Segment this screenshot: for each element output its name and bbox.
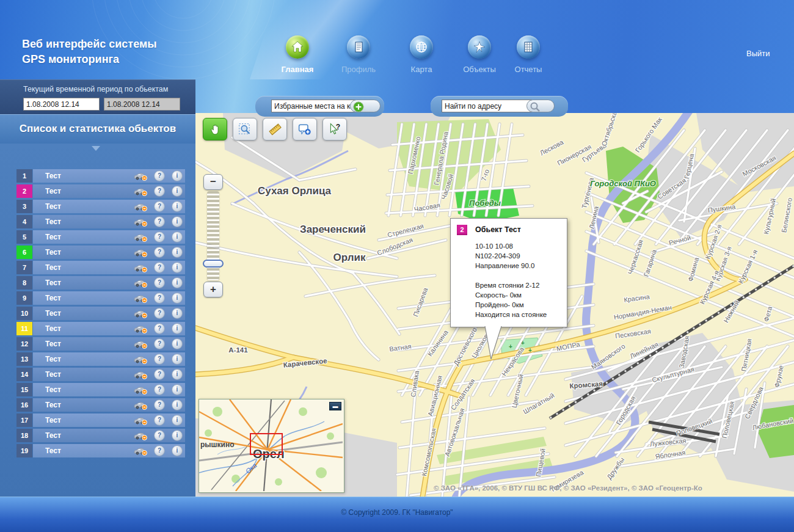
info-icon[interactable]: i	[172, 384, 183, 395]
info-icon[interactable]: i	[172, 216, 183, 227]
info-icon[interactable]: i	[172, 186, 183, 197]
help-icon[interactable]: ?	[154, 201, 165, 212]
object-row-bar[interactable]: Тест?i	[33, 398, 185, 412]
period-from-input[interactable]	[23, 98, 100, 111]
object-row-bar[interactable]: Тест?i	[33, 444, 185, 457]
info-icon[interactable]: i	[172, 354, 183, 365]
help-icon[interactable]: ?	[154, 186, 165, 197]
info-icon[interactable]: i	[172, 247, 183, 258]
object-row-bar[interactable]: Тест?i	[33, 169, 185, 183]
help-icon[interactable]: ?	[154, 369, 165, 380]
vehicle-icon[interactable]	[134, 279, 147, 288]
minimap-collapse-button[interactable]: ▬	[329, 402, 341, 410]
vehicle-icon[interactable]	[134, 248, 147, 257]
info-icon[interactable]: i	[172, 399, 183, 410]
favorites-search-input[interactable]	[271, 100, 355, 112]
zoom-out-button[interactable]: −	[203, 174, 223, 190]
help-icon[interactable]: ?	[154, 170, 165, 181]
help-icon[interactable]: ?	[154, 384, 165, 395]
info-icon[interactable]: i	[172, 170, 183, 181]
object-row-bar[interactable]: Тест?i	[33, 383, 185, 396]
logout-link[interactable]: Выйти	[746, 49, 770, 58]
object-row-bar[interactable]: Тест?i	[33, 276, 185, 290]
help-icon[interactable]: ?	[154, 247, 165, 258]
period-to-input[interactable]	[104, 98, 180, 111]
help-icon[interactable]: ?	[154, 323, 165, 334]
object-row-bar[interactable]: Тест?i	[33, 230, 185, 244]
vehicle-icon[interactable]	[134, 309, 147, 318]
add-note-tool-button[interactable]	[293, 118, 317, 140]
help-icon[interactable]: ?	[154, 399, 165, 410]
vehicle-icon[interactable]	[134, 370, 147, 379]
pan-tool-button[interactable]	[203, 118, 227, 140]
info-icon[interactable]: i	[172, 201, 183, 212]
help-icon[interactable]: ?	[154, 277, 165, 288]
nav-profile[interactable]: Профиль	[335, 35, 382, 74]
help-icon[interactable]: ?	[154, 445, 165, 456]
vehicle-icon[interactable]	[134, 340, 147, 349]
help-icon[interactable]: ?	[154, 415, 165, 426]
info-icon[interactable]: i	[172, 277, 183, 288]
add-favorite-button[interactable]	[350, 100, 381, 112]
object-row-bar[interactable]: Тест?i	[33, 261, 185, 274]
nav-home[interactable]: Главная	[274, 35, 321, 74]
object-row-bar[interactable]: Тест?i	[33, 184, 185, 198]
zoom-slider-track[interactable]	[207, 191, 219, 280]
nav-reports[interactable]: Отчеты	[505, 35, 552, 74]
help-icon[interactable]: ?	[154, 338, 165, 349]
zoom-select-tool-button[interactable]	[233, 118, 257, 140]
vehicle-icon[interactable]	[134, 172, 147, 181]
object-row-bar[interactable]: Тест?i	[33, 368, 185, 381]
vehicle-icon[interactable]	[134, 187, 147, 196]
vehicle-icon[interactable]	[134, 385, 147, 395]
info-icon[interactable]: i	[172, 369, 183, 380]
help-icon[interactable]: ?	[154, 354, 165, 365]
info-icon[interactable]: i	[172, 293, 183, 304]
help-icon[interactable]: ?	[154, 293, 165, 304]
object-row-bar[interactable]: Тест?i	[33, 352, 185, 366]
nav-map[interactable]: Карта	[398, 35, 445, 74]
info-icon[interactable]: i	[172, 323, 183, 334]
info-icon[interactable]: i	[172, 338, 183, 349]
object-row-bar[interactable]: Тест?i	[33, 429, 185, 442]
zoom-in-button[interactable]: +	[203, 282, 223, 297]
ruler-tool-button[interactable]	[263, 118, 287, 140]
zoom-slider-handle[interactable]	[203, 260, 224, 268]
object-row-bar[interactable]: Тест?i	[33, 246, 185, 259]
object-row-bar[interactable]: Тест?i	[33, 291, 185, 305]
object-row-bar[interactable]: Тест?i	[33, 337, 185, 351]
object-row-bar[interactable]: Тест?i	[33, 322, 185, 335]
info-icon[interactable]: i	[172, 445, 183, 456]
vehicle-icon[interactable]	[134, 202, 147, 211]
vehicle-icon[interactable]	[134, 233, 147, 242]
nav-objects[interactable]: Объекты	[456, 35, 503, 74]
vehicle-icon[interactable]	[134, 401, 147, 410]
info-icon[interactable]: i	[172, 262, 183, 273]
address-search-button[interactable]	[526, 100, 555, 112]
info-icon[interactable]: i	[172, 430, 183, 441]
minimap[interactable]: рышкино Ока Орел ▬	[198, 399, 344, 493]
help-icon[interactable]: ?	[154, 262, 165, 273]
object-row-bar[interactable]: Тест?i	[33, 307, 185, 320]
vehicle-icon[interactable]	[134, 416, 147, 425]
info-icon[interactable]: i	[172, 231, 183, 242]
object-row-bar[interactable]: Тест?i	[33, 215, 185, 228]
info-icon[interactable]: i	[172, 308, 183, 319]
object-row-bar[interactable]: Тест?i	[33, 414, 185, 427]
vehicle-icon[interactable]	[134, 324, 147, 333]
identify-tool-button[interactable]: ?	[322, 118, 347, 140]
vehicle-icon[interactable]	[134, 217, 147, 227]
vehicle-icon[interactable]	[134, 294, 147, 303]
help-icon[interactable]: ?	[154, 216, 165, 227]
help-icon[interactable]: ?	[154, 430, 165, 441]
map-canvas[interactable]: ++++ ПархоменкоГенерала РодинаЧасовойЧас…	[195, 113, 794, 497]
vehicle-icon[interactable]	[134, 431, 147, 440]
info-icon[interactable]: i	[172, 415, 183, 426]
vehicle-icon[interactable]	[134, 263, 147, 272]
help-icon[interactable]: ?	[154, 231, 165, 242]
vehicle-icon[interactable]	[134, 446, 147, 456]
address-search-input[interactable]	[442, 100, 532, 112]
object-row-bar[interactable]: Тест?i	[33, 200, 185, 213]
vehicle-icon[interactable]	[134, 355, 147, 364]
help-icon[interactable]: ?	[154, 308, 165, 319]
